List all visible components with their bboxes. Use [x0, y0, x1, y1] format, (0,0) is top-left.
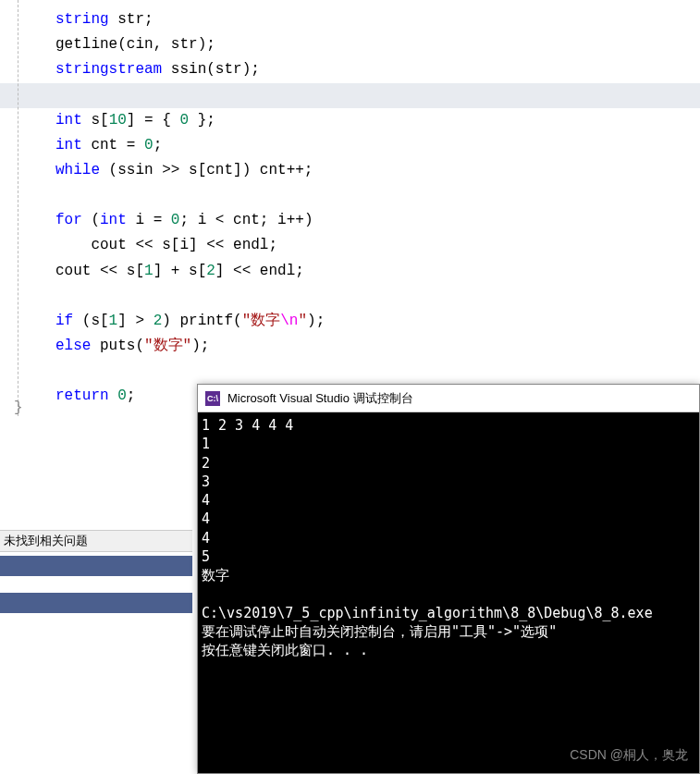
issues-panel: 未找到相关问题: [0, 530, 192, 774]
code-line: [0, 183, 700, 208]
code-line: cout << s[i] << endl;: [0, 233, 700, 258]
code-line: cout << s[1] + s[2] << endl;: [0, 259, 700, 284]
code-line-cursor: [0, 83, 700, 108]
console-titlebar[interactable]: C:\ Microsoft Visual Studio 调试控制台: [198, 385, 699, 412]
gutter: [0, 0, 18, 416]
watermark: CSDN @桐人，奥龙: [570, 747, 688, 764]
code-line: stringstream ssin(str);: [0, 57, 700, 82]
code-line: else puts("数字");: [0, 334, 700, 359]
console-output[interactable]: 1 2 3 4 4 4 1 2 3 4 4 4 5 数字 C:\vs2019\7…: [198, 412, 699, 663]
code-line: int cnt = 0;: [0, 133, 700, 158]
code-line: [0, 284, 700, 309]
status-bar-segment: [0, 556, 192, 576]
code-line: while (ssin >> s[cnt]) cnt++;: [0, 158, 700, 183]
debug-console-window[interactable]: C:\ Microsoft Visual Studio 调试控制台 1 2 3 …: [197, 384, 700, 774]
code-line: getline(cin, str);: [0, 32, 700, 57]
console-title: Microsoft Visual Studio 调试控制台: [227, 390, 413, 407]
code-line: string str;: [0, 7, 700, 32]
closing-brace: }: [14, 399, 23, 416]
code-line: [0, 359, 700, 384]
code-line: for (int i = 0; i < cnt; i++): [0, 208, 700, 233]
code-line: if (s[1] > 2) printf("数字\n");: [0, 309, 700, 334]
vs-icon: C:\: [205, 391, 220, 406]
code-editor[interactable]: string str; getline(cin, str); stringstr…: [0, 0, 700, 416]
status-bar-segment: [0, 593, 192, 613]
code-line: int s[10] = { 0 };: [0, 108, 700, 133]
no-issues-label: 未找到相关问题: [0, 530, 192, 552]
